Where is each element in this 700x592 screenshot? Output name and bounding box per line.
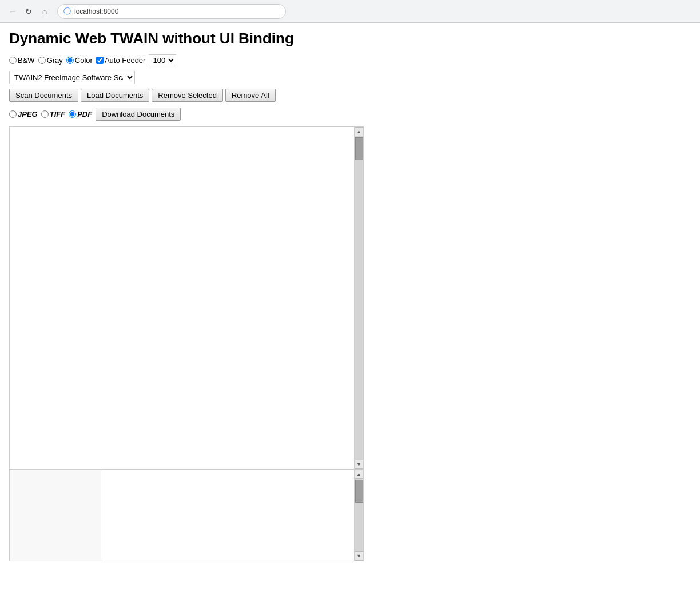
auto-feeder-checkbox[interactable] [96,57,104,64]
bw-radio-label[interactable]: B&W [9,56,35,65]
download-button[interactable]: Download Documents [96,108,181,121]
pdf-label: PDF [77,110,92,118]
scrollbar-thumb[interactable] [355,137,363,160]
gray-radio-label[interactable]: Gray [38,56,63,65]
info-icon: ⓘ [63,6,71,17]
scanner-row: TWAIN2 FreeImage Software Scanner [9,71,691,84]
scan-button[interactable]: Scan Documents [9,89,78,102]
jpeg-radio-label[interactable]: JPEG [9,110,38,118]
viewer-scrollbar-vertical[interactable]: ▲ ▼ [354,127,363,469]
gray-label: Gray [47,56,63,65]
page-title: Dynamic Web TWAIN without UI Binding [9,30,691,47]
bw-label: B&W [18,56,35,65]
auto-feeder-text: Auto Feeder [105,56,146,65]
format-row: JPEG TIFF PDF Download Documents [9,108,691,121]
color-label: Color [75,56,93,65]
refresh-button[interactable]: ↻ [22,5,35,18]
thumbnail-scrollbar-vertical[interactable]: ▲ ▼ [354,470,363,561]
tiff-radio[interactable] [41,110,49,118]
url-display: localhost:8000 [74,7,118,15]
gray-radio[interactable] [38,57,46,64]
tiff-radio-label[interactable]: TIFF [41,110,65,118]
load-button[interactable]: Load Documents [81,89,149,102]
thumb-scrollbar-track[interactable] [355,479,363,551]
scrollbar-up-arrow[interactable]: ▲ [355,127,364,136]
color-radio[interactable] [66,57,74,64]
scanner-select[interactable]: TWAIN2 FreeImage Software Scanner [9,71,135,84]
nav-buttons: ← ↻ ⌂ [6,5,51,18]
color-mode-row: B&W Gray Color Auto Feeder 100 25 50 75 … [9,54,691,66]
viewer-container: ▲ ▼ [9,126,364,470]
thumb-scrollbar-down-arrow[interactable]: ▼ [355,551,364,561]
jpeg-label: JPEG [18,110,38,118]
pdf-radio-label[interactable]: PDF [69,110,92,118]
back-button[interactable]: ← [6,5,19,18]
thumb-scrollbar-thumb[interactable] [355,480,363,503]
page-content: Dynamic Web TWAIN without UI Binding B&W… [0,23,700,568]
buttons-row: Scan Documents Load Documents Remove Sel… [9,89,691,102]
color-radio-label[interactable]: Color [66,56,93,65]
bw-radio[interactable] [9,57,17,64]
scrollbar-track[interactable] [355,136,363,460]
pdf-radio[interactable] [69,110,76,118]
jpeg-radio[interactable] [9,110,17,118]
thumbnail-area: ▲ ▼ [9,470,364,561]
zoom-select[interactable]: 100 25 50 75 150 200 [149,54,176,66]
thumb-scrollbar-up-arrow[interactable]: ▲ [355,470,364,479]
auto-feeder-label[interactable]: Auto Feeder [96,56,146,65]
address-bar[interactable]: ⓘ localhost:8000 [57,4,286,19]
remove-all-button[interactable]: Remove All [225,89,276,102]
thumbnail-main [101,470,363,561]
remove-selected-button[interactable]: Remove Selected [152,89,223,102]
home-button[interactable]: ⌂ [38,5,51,18]
browser-chrome: ← ↻ ⌂ ⓘ localhost:8000 [0,0,700,23]
tiff-label: TIFF [50,110,65,118]
thumbnail-panel [10,470,101,561]
scrollbar-down-arrow[interactable]: ▼ [355,460,364,469]
